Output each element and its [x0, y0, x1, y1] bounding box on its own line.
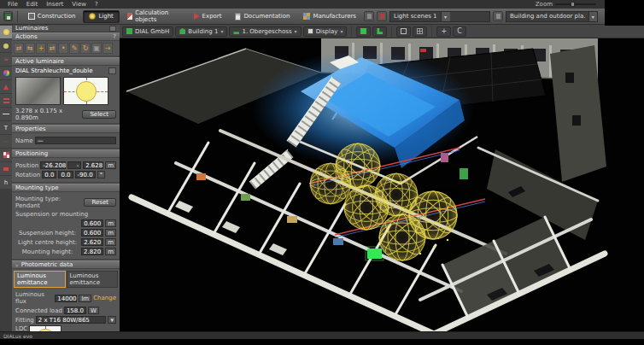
presentation-screen — [366, 247, 383, 260]
tool-light-control[interactable]: ≈ — [0, 53, 12, 66]
menu-item[interactable]: File — [3, 1, 22, 8]
rotation-x-field[interactable]: 0.0 — [42, 171, 56, 178]
properties-header[interactable]: Properties — [12, 125, 120, 133]
display-dropdown[interactable]: Display ▾ — [303, 26, 348, 37]
catalog-icon[interactable] — [108, 67, 116, 74]
distribute-vertical-icon[interactable]: ⇆ — [25, 43, 35, 54]
mounting-header[interactable]: Mounting type — [12, 184, 120, 192]
tab-luminous-emittance-2[interactable]: Luminous emittance — [67, 271, 119, 288]
floor-dropdown[interactable]: 1. Obergeschoss ▾ — [229, 26, 301, 37]
actions-header[interactable]: Actions ? — [12, 32, 120, 41]
fitting-dropdown[interactable]: 2 x T16 80W/865 — [36, 316, 107, 324]
chevron-down-icon: ▾ — [441, 12, 450, 21]
reset-button[interactable]: Reset — [84, 198, 116, 207]
raster-button[interactable] — [413, 26, 427, 37]
show-3d-button[interactable] — [356, 26, 371, 37]
tool-luminaires[interactable] — [0, 26, 12, 38]
wall-picture — [287, 216, 297, 223]
tool-height[interactable]: h — [0, 176, 12, 189]
record-icon — [380, 14, 384, 19]
light-scene-prev-button[interactable] — [364, 11, 374, 21]
tool-panel[interactable] — [0, 162, 12, 175]
connected-load-field[interactable]: 158.0 — [64, 307, 86, 314]
photometric-header[interactable]: » Photometric data — [12, 260, 120, 269]
zoom-in-button[interactable]: + — [436, 26, 451, 37]
toolbar-separator — [431, 26, 432, 37]
tool-measure[interactable] — [0, 108, 12, 120]
mounting-row-field[interactable]: 2.620 — [81, 238, 103, 246]
view-mode-dropdown[interactable]: Building and outdoor pla... ▾ — [506, 11, 598, 22]
change-link[interactable]: Change — [93, 295, 116, 301]
luminous-flux-field[interactable]: 14000 — [55, 295, 77, 302]
menu-item[interactable]: Insert — [42, 1, 67, 8]
rotate-icon[interactable]: ↻ — [80, 43, 91, 54]
position-x-field[interactable]: -26.208 — [40, 161, 66, 169]
chevron-down-icon[interactable]: ▾ — [108, 316, 116, 324]
construction-label: Construction — [38, 13, 76, 20]
light-scene-dropdown[interactable]: Light scenes 1 ▾ — [389, 11, 490, 22]
tab-luminous-emittance-1[interactable]: Luminous emittance — [14, 271, 66, 288]
mode-documentation-button[interactable]: Documentation — [229, 10, 296, 23]
spacing-icon[interactable]: ⇄ — [47, 43, 57, 54]
position-z-field[interactable]: 2.628 — [83, 161, 103, 169]
light-scene-record-button[interactable] — [377, 11, 387, 21]
point-icon[interactable]: • — [58, 43, 68, 54]
tool-text[interactable]: T — [0, 121, 12, 134]
name-field[interactable]: — — [35, 137, 116, 144]
show-floorplan-button[interactable] — [372, 26, 387, 37]
menu-item[interactable]: Edit — [22, 1, 43, 8]
positioning-header[interactable]: Positioning — [12, 149, 120, 158]
reset-camera-button[interactable]: C — [453, 26, 466, 37]
luminaire-ldc-thumbnail[interactable] — [63, 77, 108, 105]
menu-item[interactable]: ? — [91, 1, 102, 8]
zoom-label: Zoom — [536, 1, 553, 8]
move-icon[interactable]: + — [36, 43, 46, 54]
mode-construction-button[interactable]: Construction — [22, 10, 82, 23]
dialux-window: FileEditInsertView? Zoom Construction Li… — [0, 0, 644, 345]
paste-icon[interactable]: → — [102, 43, 113, 54]
ldc-diagram[interactable] — [29, 325, 61, 331]
project-button[interactable]: DIAL GmbH — [122, 26, 173, 37]
luminaire-photo-thumbnail[interactable] — [15, 77, 61, 105]
position-y-field[interactable]: - — [67, 161, 81, 169]
main-toolbar: Construction Light Calculation objects E… — [0, 9, 644, 25]
active-luminaire-header[interactable]: Active luminaire — [12, 57, 120, 66]
rotation-y-field[interactable]: 0.0 — [58, 171, 73, 178]
fit-view-button[interactable] — [396, 26, 411, 37]
rotation-z-field[interactable]: -90.0 — [75, 171, 96, 178]
zoom-slider-handle[interactable] — [571, 2, 575, 7]
mounting-row-field[interactable]: 0.600 — [81, 229, 103, 237]
building-dropdown[interactable]: Building 1 ▾ — [175, 26, 227, 37]
tool-lamps[interactable] — [0, 39, 12, 52]
tool-spotlight[interactable] — [0, 80, 12, 93]
building-icon — [179, 28, 185, 34]
mode-manufacturers-button[interactable]: Manufacturers — [297, 10, 362, 23]
tool-arrangement[interactable] — [0, 149, 12, 161]
mounting-row-field[interactable]: 2.820 — [81, 248, 103, 255]
mode-calculation-objects-button[interactable]: Calculation objects — [121, 10, 186, 23]
copy-icon[interactable]: ▣ — [91, 43, 102, 54]
distribute-horizontal-icon[interactable]: ⇄ — [14, 43, 24, 54]
edit-icon[interactable]: ✎ — [69, 43, 79, 54]
luminaire-ldc-sphere[interactable] — [409, 191, 457, 239]
tool-groups[interactable] — [0, 94, 12, 107]
tool-colours[interactable] — [0, 67, 12, 79]
mode-light-button[interactable]: Light — [83, 10, 119, 23]
help-icon[interactable]: ? — [113, 33, 116, 40]
scene-options-button[interactable] — [493, 11, 503, 21]
3d-viewport[interactable] — [120, 38, 644, 331]
chevron-down-icon: ▾ — [588, 12, 597, 21]
manufacturers-icon — [303, 13, 310, 20]
list-icon[interactable] — [109, 26, 116, 32]
select-button[interactable]: Select — [82, 110, 116, 119]
menu-item[interactable]: View — [67, 1, 91, 8]
project-label: DIAL GmbH — [135, 28, 169, 35]
tool-points[interactable]: ⋯ — [0, 135, 12, 148]
zoom-slider[interactable] — [555, 3, 596, 5]
luminaire-ldc-sphere[interactable] — [336, 143, 380, 188]
save-button[interactable] — [3, 11, 13, 21]
construction-icon — [28, 13, 35, 20]
properties-section: Properties Name — — [12, 125, 120, 149]
mode-export-button[interactable]: Export — [188, 10, 228, 23]
mounting-row-field[interactable]: 0.600 — [81, 219, 103, 227]
